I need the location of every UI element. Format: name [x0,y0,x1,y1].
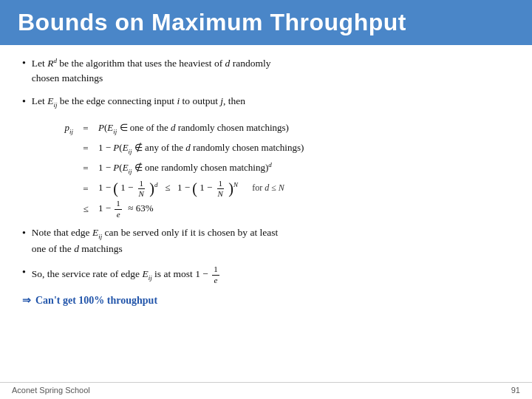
fraction-den-e: e [115,210,122,219]
math-rel-4: = [75,178,96,199]
math-lhs-5 [52,199,75,219]
conclusion-text: Can't get 100% throughput [35,293,157,309]
fraction-1-N-b: 1 N [216,179,225,199]
math-row-5: ≤ 1 − 1 e ≈ 63% [52,199,306,219]
math-lhs-3 [52,158,75,178]
close-paren-4b: ) [228,180,233,197]
math-row-1: pij = P(Eij ∈ one of the d randomly chos… [52,118,306,138]
conclusion-line: ⇒ Can't get 100% throughput [22,293,510,309]
bullet-item-3: ● Note that edge Eij can be served only … [22,225,510,258]
bullet-icon-3: ● [22,228,26,237]
open-paren-4b: ( [192,180,197,197]
footer-page-number: 91 [511,386,520,395]
slide-header: Bounds on Maximum Throughput [0,0,532,45]
bullet-text-1: Let Rd be the algorithm that uses the he… [32,55,271,86]
arrow-symbol: ⇒ [22,293,31,309]
bullet-text-4: So, the service rate of edge Eij is at m… [32,265,221,284]
math-row-4: = 1 − ( 1 − 1 N )d ≤ 1 − ( 1 − 1 [52,178,306,199]
fraction-den: N [137,189,146,199]
bullet-icon-4: ● [22,267,26,276]
bullet-text-3: Note that edge Eij can be served only if… [32,225,278,258]
slide-footer: Aconet Spring School 91 [0,382,532,399]
math-condition: for d ≤ N [240,183,284,193]
fraction-1-e: 1 e [115,199,122,219]
math-rel-5: ≤ [75,199,96,219]
fraction-1-e-2: 1 e [212,265,219,284]
math-rhs-4: 1 − ( 1 − 1 N )d ≤ 1 − ( 1 − 1 N [96,178,306,199]
math-row-3: = 1 − P(Eij ∉ one randomly chosen matchi… [52,158,306,178]
bullet-text-2: Let Eij be the edge connecting input i t… [32,94,245,111]
fraction-num: 1 [138,179,146,189]
bullet-icon-2: ● [22,97,26,106]
bullet-icon-1: ● [22,58,26,67]
math-lhs-1: pij [52,118,75,138]
math-rel-3: = [75,158,96,178]
math-rhs-3: 1 − P(Eij ∉ one randomly chosen matching… [96,158,306,178]
bullet-item-1: ● Let Rd be the algorithm that uses the … [22,55,510,86]
math-rel-2: = [75,138,96,158]
math-derivation: pij = P(Eij ∈ one of the d randomly chos… [52,118,306,219]
slide-content: ● Let Rd be the algorithm that uses the … [0,45,532,382]
open-paren-4: ( [113,180,118,197]
math-rhs-1: P(Eij ∈ one of the d randomly chosen mat… [96,118,306,138]
bullet-item-2: ● Let Eij be the edge connecting input i… [22,94,510,111]
fraction-num-e: 1 [115,199,122,209]
math-row-2: = 1 − P(Eij ∉ any of the d randomly chos… [52,138,306,158]
close-paren-4: ) [149,180,154,197]
math-lhs-2 [52,138,75,158]
bullet-item-4: ● So, the service rate of edge Eij is at… [22,265,510,284]
slide: Bounds on Maximum Throughput ● Let Rd be… [0,0,532,399]
fraction-num-b: 1 [217,179,225,189]
slide-title: Bounds on Maximum Throughput [18,9,406,36]
frac-den-e2: e [213,276,219,285]
math-rhs-2: 1 − P(Eij ∉ any of the d randomly chosen… [96,138,306,158]
fraction-1-N: 1 N [137,179,146,199]
math-rhs-5: 1 − 1 e ≈ 63% [96,199,306,219]
math-lhs-4 [52,178,75,199]
frac-num-e2: 1 [212,265,219,275]
footer-school: Aconet Spring School [12,386,90,395]
math-rel-1: = [75,118,96,138]
fraction-den-b: N [216,189,225,199]
